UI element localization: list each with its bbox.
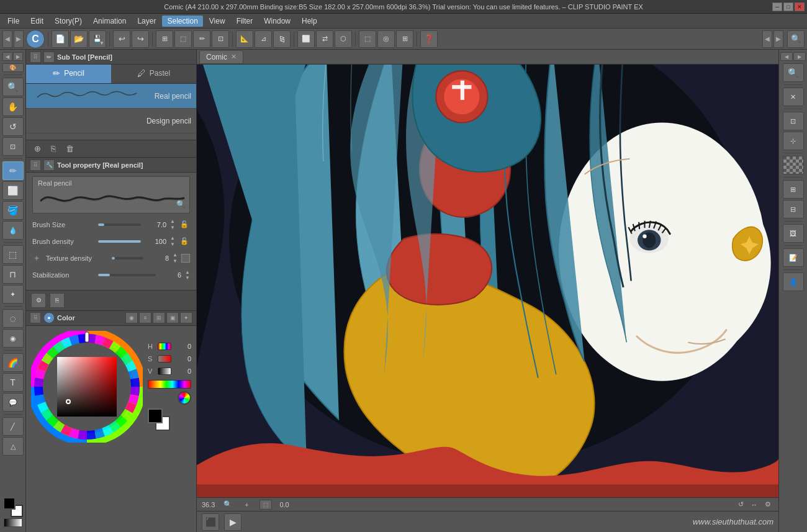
- brush-size-stepper[interactable]: ▲ ▼: [170, 219, 175, 230]
- select-layer-tool[interactable]: ⊡: [2, 137, 24, 156]
- undo-btn[interactable]: ↩: [113, 30, 130, 48]
- pencil-tab[interactable]: ✏ Pencil: [26, 65, 111, 83]
- right-scroll-right-arrow[interactable]: ▶: [793, 52, 806, 61]
- hand-tool[interactable]: ✋: [2, 97, 24, 116]
- balloon-tool[interactable]: 💬: [2, 393, 24, 412]
- panel-drag-handle[interactable]: ⠿: [30, 52, 41, 63]
- transform-btn[interactable]: ⇄: [316, 30, 333, 48]
- symmetry-btn[interactable]: ⧎: [273, 30, 291, 48]
- right-move-btn[interactable]: ⊹: [783, 132, 804, 150]
- color-tab-wheel[interactable]: ◉: [125, 312, 138, 323]
- pencil-tool[interactable]: ✏: [2, 161, 24, 180]
- minimize-button[interactable]: ─: [772, 2, 782, 11]
- color-panel-icon[interactable]: ●: [43, 312, 55, 323]
- figure-tool[interactable]: △: [2, 437, 24, 456]
- lasso-tool[interactable]: ⊓: [2, 265, 24, 284]
- status-flip-btn[interactable]: ↔: [749, 499, 760, 510]
- tool-prop-icon[interactable]: 🔧: [43, 160, 55, 171]
- menu-filter[interactable]: Filter: [232, 16, 258, 27]
- linework-tool[interactable]: ╱: [2, 417, 24, 436]
- comic-tab[interactable]: Comic ✕: [199, 50, 243, 64]
- menu-file[interactable]: File: [2, 16, 24, 27]
- blend-tool[interactable]: ◌: [2, 309, 24, 328]
- tool-prop-drag-handle[interactable]: ⠿: [30, 160, 41, 171]
- texture-expand-btn[interactable]: ＋: [32, 253, 41, 264]
- settings-icon-btn[interactable]: ⚙: [31, 293, 46, 308]
- prev-frame-btn[interactable]: ⬛: [202, 513, 219, 531]
- stabilization-stepper[interactable]: ▲ ▼: [185, 269, 190, 281]
- delete-brush-btn[interactable]: 🗑: [63, 143, 76, 155]
- saturation-slider[interactable]: [158, 355, 171, 363]
- preview-magnify-btn[interactable]: 🔍: [174, 198, 187, 210]
- toolbar-right-arrow[interactable]: ▶: [14, 30, 24, 48]
- value-slider[interactable]: [158, 367, 171, 375]
- right-tool-3[interactable]: ⊟: [783, 200, 804, 219]
- menu-layer[interactable]: Layer: [132, 16, 161, 27]
- fg-color-swatch[interactable]: [3, 497, 16, 510]
- right-tool-5[interactable]: 👤: [783, 273, 804, 291]
- snap-btn[interactable]: ⊞: [156, 30, 173, 48]
- canvas-viewport[interactable]: [197, 65, 778, 497]
- search-btn[interactable]: 🔍: [787, 30, 805, 48]
- add-brush-btn[interactable]: ⊕: [31, 143, 43, 155]
- menu-animation[interactable]: Animation: [88, 16, 131, 27]
- cell-btn[interactable]: ⊞: [396, 30, 413, 48]
- magic-wand-tool[interactable]: ✦: [2, 285, 24, 304]
- menu-view[interactable]: View: [204, 16, 230, 27]
- right-scroll-left-arrow[interactable]: ◀: [780, 52, 793, 61]
- selection-tool[interactable]: ⬚: [2, 245, 24, 264]
- color-tab-extra[interactable]: ✦: [180, 312, 192, 323]
- spectrum-bar[interactable]: [148, 380, 191, 389]
- layer-btn[interactable]: ⬡: [335, 30, 352, 48]
- pastel-tab[interactable]: 🖊 Pastel: [111, 65, 196, 83]
- close-button[interactable]: ✕: [795, 2, 805, 11]
- menu-story[interactable]: Story(P): [50, 16, 87, 27]
- texture-density-slider[interactable]: [112, 257, 143, 259]
- hue-slider[interactable]: [158, 343, 171, 350]
- snap2-btn[interactable]: ⬚: [174, 30, 192, 48]
- zoom-tool[interactable]: 🔍: [2, 78, 24, 96]
- copy-brush-btn[interactable]: ⎘: [47, 143, 60, 155]
- brush-size-slider[interactable]: [98, 223, 141, 226]
- right-tool-1[interactable]: ✕: [783, 88, 804, 106]
- frame-btn[interactable]: ⬚: [259, 500, 272, 510]
- text-tool[interactable]: T: [2, 373, 24, 392]
- brush-density-slider[interactable]: [98, 240, 141, 243]
- clip-studio-btn[interactable]: C: [26, 30, 45, 48]
- stabilization-slider[interactable]: [98, 274, 156, 276]
- brush-size-lock-btn[interactable]: 🔓: [179, 219, 190, 230]
- fg-swatch[interactable]: [148, 408, 163, 423]
- rotate-tool[interactable]: ↺: [2, 117, 24, 136]
- pencil-panel-icon[interactable]: ✏: [43, 52, 55, 63]
- toolbar-left-arrow[interactable]: ◀: [2, 30, 12, 48]
- new-file-btn[interactable]: 📄: [52, 30, 69, 48]
- color-tab-sliders[interactable]: ≡: [139, 312, 151, 323]
- picker-tool[interactable]: 💧: [2, 221, 24, 240]
- fill2-tool[interactable]: ◉: [2, 329, 24, 348]
- brush-density-lock-btn[interactable]: 🔓: [179, 236, 190, 247]
- right-layer-btn[interactable]: ⊡: [783, 112, 804, 130]
- color-wheel-mini-btn[interactable]: [178, 391, 191, 405]
- zoom-out-btn[interactable]: 🔍: [222, 499, 233, 510]
- right-image-btn[interactable]: 🖼: [783, 224, 804, 243]
- right-tool-4[interactable]: 📝: [783, 248, 804, 267]
- brush-density-stepper[interactable]: ▲ ▼: [170, 235, 175, 247]
- right-checker-btn[interactable]: [783, 156, 804, 174]
- menu-window[interactable]: Window: [259, 16, 295, 27]
- timeline-frame-btn[interactable]: ⬚: [359, 30, 376, 48]
- color-indicator-btn[interactable]: 🎨: [2, 63, 24, 72]
- menu-edit[interactable]: Edit: [25, 16, 48, 27]
- toolbar-right-right-arrow[interactable]: ▶: [773, 30, 783, 48]
- open-file-btn[interactable]: 📂: [70, 30, 88, 48]
- texture-density-stepper[interactable]: ▲ ▼: [173, 252, 178, 264]
- eraser-tool[interactable]: ⬜: [2, 181, 24, 200]
- subview-btn[interactable]: ⊡: [212, 30, 229, 48]
- tool-nav-left[interactable]: ◀: [2, 52, 12, 61]
- color-tab-swatches[interactable]: ⊞: [153, 312, 165, 323]
- play-btn[interactable]: ▶: [224, 513, 241, 531]
- color-panel-drag-handle[interactable]: ⠿: [30, 312, 41, 323]
- status-settings-btn[interactable]: ⚙: [762, 499, 773, 510]
- perspective-btn[interactable]: ⊿: [255, 30, 272, 48]
- gradient-tool[interactable]: 🌈: [2, 353, 24, 372]
- toolbar-right-left-arrow[interactable]: ◀: [762, 30, 772, 48]
